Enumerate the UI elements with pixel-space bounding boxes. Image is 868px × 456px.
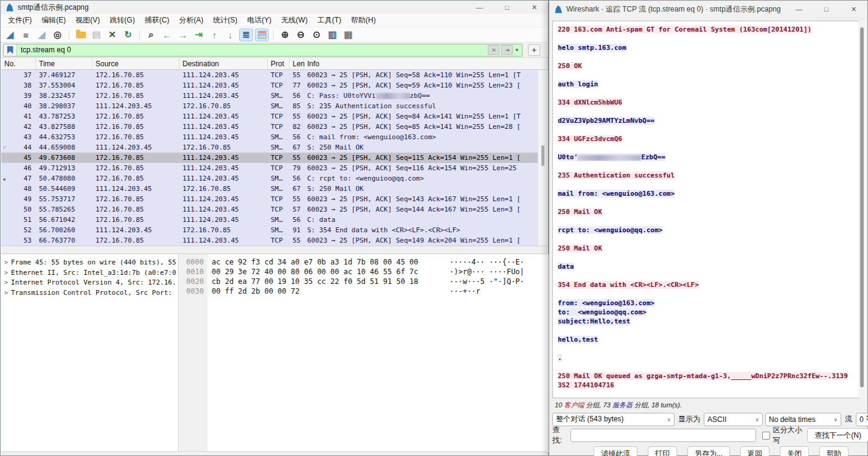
packet-row[interactable]: 4344.632753172.16.70.85111.124.203.45SM…… <box>1 132 538 142</box>
maximize-button[interactable]: □ <box>813 1 840 18</box>
detail-line[interactable]: >Ethernet II, Src: Intel_a3:1d:7b (a0:e7… <box>1 268 178 278</box>
packet-row[interactable]: 3837.553004172.16.70.85111.124.203.45TCP… <box>1 80 538 91</box>
zoom-in-icon[interactable]: ⊕ <box>278 29 292 41</box>
colorize-icon[interactable] <box>255 29 269 41</box>
find-packet-icon[interactable]: ⌕ <box>144 29 158 41</box>
filter-input[interactable]: tcp.stream eq 0 <box>17 46 488 54</box>
column-header-destination[interactable]: Destination <box>179 58 268 69</box>
menu-item[interactable]: 跳转(G) <box>105 15 139 26</box>
packet-row[interactable]: 4649.712913172.16.70.85111.124.203.45TCP… <box>1 163 538 173</box>
column-header-len[interactable]: Len <box>290 58 304 69</box>
packet-row[interactable]: 3938.232457172.16.70.85111.124.203.45SM…… <box>1 91 538 101</box>
menu-item[interactable]: 电话(Y) <box>242 15 276 26</box>
packet-row[interactable]: 4850.544609111.124.203.45172.16.70.85SM…… <box>1 184 538 194</box>
packet-row[interactable]: 4038.298037111.124.203.45172.16.70.85SM…… <box>1 101 538 111</box>
stop-capture-icon[interactable]: ■ <box>19 29 33 41</box>
stream-number-spinner[interactable]: 0 ▲ ▼ <box>856 413 868 426</box>
filter-clear-button[interactable]: ✕ <box>488 45 499 55</box>
back-button[interactable]: 返回 <box>740 446 769 456</box>
auto-scroll-icon[interactable]: ≣ <box>239 29 253 41</box>
packet-details-pane[interactable]: >Frame 45: 55 bytes on wire (440 bits), … <box>1 254 179 452</box>
maximize-button[interactable]: □ <box>493 1 521 14</box>
packet-row[interactable]: 47●50.478080172.16.70.85111.124.203.45SM… <box>1 173 538 184</box>
packet-list-scrollbar[interactable] <box>538 70 547 246</box>
column-header-source[interactable]: Source <box>92 58 179 69</box>
packet-row[interactable]: 5256.700260111.124.203.45172.16.70.85SM…… <box>1 225 538 235</box>
close-button[interactable]: 关闭 <box>780 446 809 456</box>
filter-bookmark-button[interactable] <box>4 44 17 56</box>
find-input[interactable] <box>571 429 756 442</box>
menu-item[interactable]: 视图(V) <box>71 15 105 26</box>
packet-bytes-pane[interactable]: 0000ac ce 92 f3 cd 34 a0 e7 0b a3 1d 7b … <box>179 254 549 452</box>
menu-item[interactable]: 帮助(H) <box>346 15 381 26</box>
column-header-no[interactable]: No. <box>1 58 36 69</box>
minimize-button[interactable]: — <box>466 1 493 14</box>
menu-item[interactable]: 编辑(E) <box>36 15 71 26</box>
expand-chevron-icon[interactable]: > <box>4 279 8 286</box>
packet-row[interactable]: 5055.785265172.16.70.85111.124.203.45TCP… <box>1 204 538 215</box>
packet-row[interactable]: 44✓44.659008111.124.203.45172.16.70.85SM… <box>1 142 538 153</box>
open-file-icon[interactable] <box>74 29 88 41</box>
stream-scrollbar[interactable] <box>858 21 866 398</box>
packet-row[interactable]: 5156.671042172.16.70.85111.124.203.45SM…… <box>1 215 538 225</box>
close-button[interactable]: ✕ <box>521 1 548 14</box>
save-file-icon[interactable]: ▤ <box>89 29 103 41</box>
detail-line[interactable]: >Transmission Control Protocol, Src Port… <box>1 288 178 299</box>
go-last-packet-icon[interactable]: ↓ <box>223 29 237 41</box>
go-to-packet-icon[interactable]: ⇥ <box>192 29 206 41</box>
column-header-prot[interactable]: Prot <box>268 58 290 69</box>
conversation-select[interactable]: 整个对话 (543 bytes) ∨ <box>552 413 675 426</box>
go-forward-icon[interactable]: → <box>176 29 190 41</box>
reload-file-icon[interactable]: ↻ <box>121 29 135 41</box>
case-sensitive-checkbox[interactable] <box>762 432 770 440</box>
menu-item[interactable]: 文件(F) <box>3 15 36 26</box>
expand-chevron-icon[interactable]: > <box>4 269 8 276</box>
expand-chevron-icon[interactable]: > <box>4 259 8 266</box>
find-next-button[interactable]: 查找下一个(N) <box>807 428 868 443</box>
minimize-button[interactable]: — <box>785 1 813 18</box>
spinner-arrows-icon[interactable]: ▲ ▼ <box>866 414 868 421</box>
restart-capture-icon[interactable]: ◢ <box>35 29 49 41</box>
filter-dropdown-icon[interactable]: ▾ <box>515 47 518 53</box>
detail-line[interactable]: >Internet Protocol Version 4, Src: 172.1… <box>1 278 178 288</box>
column-header-time[interactable]: Time <box>36 58 92 69</box>
pane-splitter[interactable] <box>1 246 547 254</box>
layout-columns-icon[interactable]: ▦ <box>341 29 355 41</box>
packet-row[interactable]: 4549.673608172.16.70.85111.124.203.45TCP… <box>1 153 538 163</box>
close-file-icon[interactable]: ✕ <box>105 29 119 41</box>
stream-content[interactable]: 220 163.com Anti-spam GT for Coremail Sy… <box>552 21 859 398</box>
zoom-100-icon[interactable]: ⊙ <box>310 29 324 41</box>
packet-row[interactable]: 3737.469127172.16.70.85111.124.203.45TCP… <box>1 70 538 80</box>
capture-options-icon[interactable]: ◎ <box>50 29 64 41</box>
start-capture-icon[interactable]: ◢ <box>3 29 17 41</box>
filter-out-stream-button[interactable]: 滤掉此流 <box>594 446 637 456</box>
detail-line[interactable]: >Frame 45: 55 bytes on wire (440 bits), … <box>1 258 178 268</box>
scrollbar-thumb[interactable] <box>860 27 864 387</box>
packet-row[interactable]: 4143.787253172.16.70.85111.124.203.45TCP… <box>1 111 538 122</box>
packet-row[interactable]: 5366.763770172.16.70.85111.124.203.45TCP… <box>1 235 538 246</box>
packet-row[interactable]: 4955.753717172.16.70.85111.124.203.45TCP… <box>1 194 538 204</box>
filter-add-button[interactable]: + <box>528 44 540 56</box>
go-back-icon[interactable]: ← <box>160 29 174 41</box>
save-as-button[interactable]: 另存为... <box>687 446 730 456</box>
packet-row[interactable]: 4243.827588172.16.70.85111.124.203.45TCP… <box>1 122 538 132</box>
go-first-packet-icon[interactable]: ↑ <box>207 29 221 41</box>
zoom-out-icon[interactable]: ⊖ <box>294 29 308 41</box>
menu-item[interactable]: 统计(S) <box>208 15 242 26</box>
show-as-select[interactable]: ASCII ∨ <box>704 413 763 426</box>
scrollbar-thumb[interactable] <box>541 145 544 166</box>
menu-item[interactable]: 捕获(C) <box>140 15 175 26</box>
expand-chevron-icon[interactable]: > <box>4 289 8 296</box>
menu-item[interactable]: 工具(T) <box>313 15 346 26</box>
close-button[interactable]: ✕ <box>840 1 867 18</box>
bottom-scroll-strip[interactable] <box>1 451 547 455</box>
menu-item[interactable]: 分析(A) <box>174 15 208 26</box>
column-header-info[interactable]: Info <box>304 58 547 69</box>
resize-columns-icon[interactable]: ▥ <box>325 29 339 41</box>
delta-times-select[interactable]: No delta times ∨ <box>765 413 841 426</box>
print-button[interactable]: 打印 <box>648 446 677 456</box>
menu-item[interactable]: 无线(W) <box>276 15 312 26</box>
filter-apply-button[interactable]: ➜ <box>501 45 513 55</box>
display-filter-field[interactable]: tcp.stream eq 0 ✕ ➜ ▾ <box>3 44 523 57</box>
help-button[interactable]: 帮助 <box>819 446 849 456</box>
